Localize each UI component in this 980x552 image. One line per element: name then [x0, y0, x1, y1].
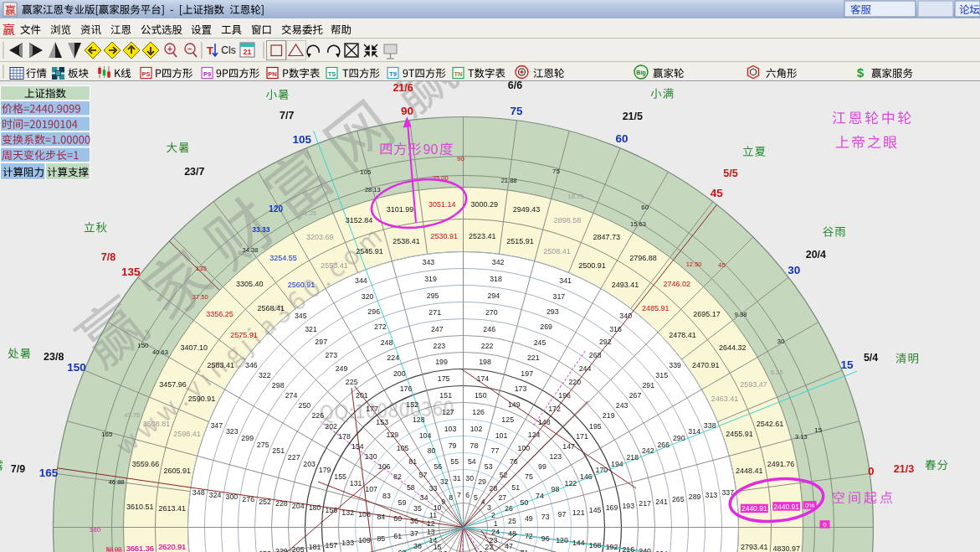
svg-text:345: 345 [295, 312, 307, 320]
svg-text:109: 109 [358, 536, 371, 544]
svg-text:299: 299 [241, 434, 254, 442]
svg-text:103: 103 [444, 425, 457, 433]
svg-text:2620.91: 2620.91 [158, 543, 187, 551]
svg-text:59: 59 [398, 498, 407, 507]
svg-text:240: 240 [639, 547, 651, 552]
svg-text:99: 99 [538, 462, 546, 471]
svg-text:56: 56 [434, 462, 442, 471]
svg-text:2: 2 [491, 511, 495, 519]
svg-text:318: 318 [490, 275, 502, 283]
svg-text:18.75: 18.75 [568, 193, 584, 200]
svg-text:3356.25: 3356.25 [206, 310, 233, 318]
svg-text:16: 16 [439, 549, 448, 552]
svg-text:3305.40: 3305.40 [236, 280, 264, 288]
svg-text:2500.91: 2500.91 [578, 261, 606, 270]
svg-text:2508.41: 2508.41 [543, 247, 571, 255]
svg-text:3559.66: 3559.66 [132, 460, 160, 468]
svg-text:29: 29 [478, 477, 486, 486]
svg-text:36: 36 [410, 517, 418, 525]
svg-text:197: 197 [521, 369, 533, 378]
svg-text:153: 153 [376, 418, 388, 426]
svg-text:102: 102 [470, 425, 483, 433]
svg-text:243: 243 [616, 401, 629, 410]
svg-text:341: 341 [559, 276, 572, 285]
svg-text:46.88: 46.88 [109, 478, 125, 486]
svg-text:30: 30 [788, 264, 800, 276]
svg-text:193: 193 [622, 502, 634, 510]
svg-text:348: 348 [192, 488, 205, 497]
svg-text:31.25: 31.25 [300, 209, 316, 217]
svg-text:4830.97: 4830.97 [772, 544, 800, 552]
svg-text:+: + [167, 44, 172, 54]
svg-text:2545.91: 2545.91 [356, 247, 383, 255]
svg-text:181: 181 [309, 543, 321, 551]
svg-text:165: 165 [101, 431, 113, 438]
svg-text:6: 6 [465, 491, 469, 499]
svg-text:296: 296 [367, 307, 380, 316]
svg-text:180: 180 [309, 503, 321, 512]
svg-text:2478.41: 2478.41 [669, 331, 696, 339]
svg-text:176: 176 [400, 384, 413, 393]
svg-text:276: 276 [242, 495, 254, 503]
svg-text:11: 11 [429, 511, 437, 519]
svg-text:2605.91: 2605.91 [163, 467, 191, 475]
svg-text:2560.91: 2560.91 [288, 281, 316, 289]
svg-text:198: 198 [479, 358, 491, 366]
svg-text:35: 35 [413, 504, 422, 513]
svg-text:7: 7 [457, 491, 461, 499]
svg-text:1: 1 [494, 519, 498, 528]
svg-text:275: 275 [257, 441, 269, 449]
svg-text:150: 150 [475, 391, 487, 400]
svg-text:2575.91: 2575.91 [230, 331, 258, 339]
svg-text:3152.84: 3152.84 [346, 216, 373, 224]
svg-text:60: 60 [641, 204, 649, 211]
svg-text:7/7: 7/7 [280, 110, 294, 121]
svg-text:195: 195 [589, 422, 602, 431]
svg-text:252: 252 [259, 498, 271, 506]
svg-text:170: 170 [596, 466, 608, 474]
svg-text:174: 174 [477, 374, 490, 383]
svg-text:217: 217 [639, 499, 651, 508]
svg-text:297: 297 [315, 338, 327, 346]
svg-text:6.25: 6.25 [771, 369, 783, 376]
svg-text:219: 219 [603, 411, 615, 420]
svg-text:77: 77 [491, 446, 500, 455]
svg-text:340: 340 [619, 312, 632, 320]
svg-text:127: 127 [442, 408, 454, 416]
svg-text:152: 152 [406, 400, 418, 409]
svg-text:22: 22 [485, 543, 494, 551]
svg-text:144: 144 [572, 539, 585, 547]
svg-text:7/8: 7/8 [101, 251, 115, 263]
svg-text:317: 317 [553, 292, 566, 301]
svg-text:316: 316 [609, 325, 622, 333]
svg-text:28.13: 28.13 [365, 186, 381, 193]
svg-text:3661.36: 3661.36 [126, 544, 154, 552]
svg-text:28: 28 [490, 484, 498, 493]
svg-text:223: 223 [434, 342, 446, 350]
svg-text:90: 90 [457, 155, 464, 163]
svg-text:120: 120 [556, 536, 568, 544]
svg-text:133: 133 [341, 539, 354, 547]
svg-text:2695.17: 2695.17 [693, 310, 721, 318]
svg-text:33: 33 [429, 484, 438, 493]
svg-text:2485.91: 2485.91 [642, 304, 670, 312]
svg-text:347: 347 [210, 421, 223, 430]
svg-text:135: 135 [196, 265, 208, 272]
svg-text:242: 242 [642, 446, 654, 455]
svg-text:50.00: 50.00 [106, 545, 122, 552]
svg-text:Big: Big [636, 70, 645, 76]
svg-text:205: 205 [292, 545, 305, 552]
svg-text:T9: T9 [389, 70, 397, 78]
svg-text:8: 8 [449, 493, 453, 502]
svg-text:2523.41: 2523.41 [469, 232, 496, 240]
svg-text:157: 157 [326, 541, 338, 549]
svg-text:61: 61 [393, 532, 402, 540]
svg-text:0%: 0% [805, 502, 815, 509]
svg-text:266: 266 [657, 441, 670, 449]
svg-text:7/9: 7/9 [11, 463, 25, 475]
svg-text:105: 105 [292, 133, 311, 146]
svg-text:13: 13 [427, 528, 435, 536]
svg-text:21: 21 [243, 48, 251, 56]
svg-text:12.50: 12.50 [686, 261, 702, 268]
svg-text:2455.91: 2455.91 [726, 430, 753, 438]
